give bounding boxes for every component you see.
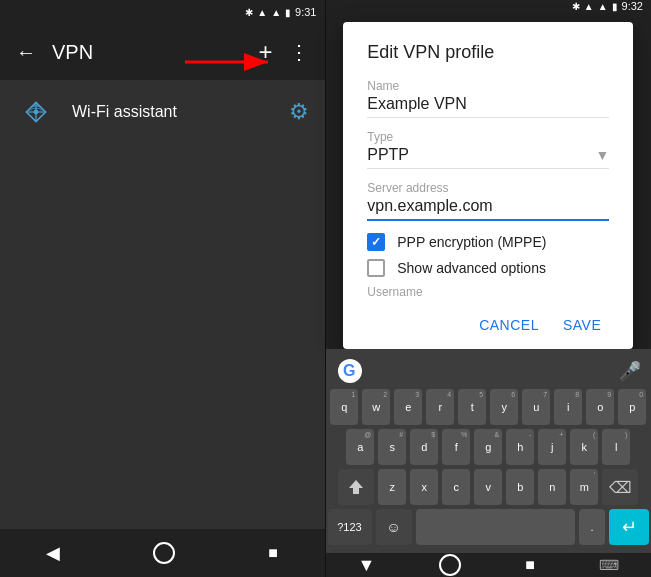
- right-panel: ✱ ▲ ▲ ▮ 9:32 Edit VPN profile Name Examp…: [326, 0, 652, 577]
- signal-icon: ▲: [271, 7, 281, 18]
- wifi-assistant-item[interactable]: Wi-Fi assistant ⚙: [0, 80, 325, 144]
- key-m[interactable]: m': [570, 469, 598, 505]
- ppp-encryption-label: PPP encryption (MPPE): [397, 234, 546, 250]
- key-w[interactable]: w2: [362, 389, 390, 425]
- key-y[interactable]: y6: [490, 389, 518, 425]
- numbers-key[interactable]: ?123: [328, 509, 372, 545]
- right-signal-icon: ▲: [598, 1, 608, 12]
- key-r[interactable]: r4: [426, 389, 454, 425]
- right-time: 9:32: [622, 0, 643, 12]
- keyboard-row-4: ?123 ☺ . ↵: [328, 509, 650, 545]
- left-content-area: [0, 144, 325, 577]
- backspace-key[interactable]: ⌫: [602, 469, 638, 505]
- right-wifi-icon: ▲: [584, 1, 594, 12]
- left-status-bar: ✱ ▲ ▲ ▮ 9:31: [0, 0, 325, 24]
- emoji-key[interactable]: ☺: [376, 509, 412, 545]
- key-f[interactable]: f%: [442, 429, 470, 465]
- key-u[interactable]: u7: [522, 389, 550, 425]
- left-panel: ✱ ▲ ▲ ▮ 9:31 ← VPN + ⋮: [0, 0, 325, 577]
- recent-nav-button[interactable]: ■: [268, 544, 278, 562]
- menu-button[interactable]: ⋮: [289, 40, 309, 64]
- right-nav-bar: ▼ ■ ⌨: [326, 553, 652, 577]
- key-p[interactable]: p0: [618, 389, 646, 425]
- left-top-bar: ← VPN + ⋮: [0, 24, 325, 80]
- svg-marker-8: [349, 480, 363, 494]
- key-t[interactable]: t5: [458, 389, 486, 425]
- keyboard-row-3: z x c v b n m' ⌫: [328, 469, 650, 505]
- type-label: Type: [367, 130, 609, 144]
- key-c[interactable]: c: [442, 469, 470, 505]
- page-title: VPN: [52, 41, 242, 64]
- dialog-actions: CANCEL SAVE: [367, 301, 609, 341]
- right-bluetooth-icon: ✱: [572, 1, 580, 12]
- mic-icon[interactable]: 🎤: [619, 360, 641, 382]
- ppp-encryption-row[interactable]: ✓ PPP encryption (MPPE): [367, 233, 609, 251]
- key-j[interactable]: j+: [538, 429, 566, 465]
- left-time: 9:31: [295, 6, 316, 18]
- key-o[interactable]: o9: [586, 389, 614, 425]
- dialog-title: Edit VPN profile: [367, 42, 609, 63]
- right-home-nav-button[interactable]: [439, 554, 461, 576]
- key-b[interactable]: b: [506, 469, 534, 505]
- svg-text:G: G: [343, 362, 355, 379]
- ppp-encryption-checkbox[interactable]: ✓: [367, 233, 385, 251]
- advanced-options-label: Show advanced options: [397, 260, 546, 276]
- name-label: Name: [367, 79, 609, 93]
- enter-key[interactable]: ↵: [609, 509, 649, 545]
- google-icon: G: [336, 357, 364, 385]
- shift-key[interactable]: [338, 469, 374, 505]
- keyboard-row-1: q1 w2 e3 r4 t5 y6 u7 i8 o9 p0: [328, 389, 650, 425]
- keyboard-switch-icon[interactable]: ⌨: [599, 557, 619, 573]
- type-row[interactable]: PPTP ▼: [367, 146, 609, 169]
- wifi-signal-icon: ▲: [257, 7, 267, 18]
- key-d[interactable]: d$: [410, 429, 438, 465]
- wifi-assistant-icon: [20, 96, 52, 128]
- username-label: Username: [367, 285, 609, 299]
- key-x[interactable]: x: [410, 469, 438, 505]
- keyboard-top-bar: G 🎤: [328, 353, 650, 389]
- right-battery-icon: ▮: [612, 1, 618, 12]
- key-n[interactable]: n: [538, 469, 566, 505]
- type-value: PPTP: [367, 146, 409, 164]
- dropdown-arrow-icon: ▼: [595, 147, 609, 163]
- period-key[interactable]: .: [579, 509, 605, 545]
- left-nav-bar: ◀ ■: [0, 529, 325, 577]
- settings-gear-icon[interactable]: ⚙: [289, 99, 309, 125]
- wifi-assistant-label: Wi-Fi assistant: [72, 103, 273, 121]
- server-label: Server address: [367, 181, 609, 195]
- keyboard-row-2: a@ s# d$ f% g& h- j+ k( l): [328, 429, 650, 465]
- advanced-options-row[interactable]: Show advanced options: [367, 259, 609, 277]
- key-a[interactable]: a@: [346, 429, 374, 465]
- key-l[interactable]: l): [602, 429, 630, 465]
- key-z[interactable]: z: [378, 469, 406, 505]
- battery-icon: ▮: [285, 7, 291, 18]
- dimmed-overlay: Edit VPN profile Name Example VPN Type P…: [326, 12, 652, 349]
- home-nav-button[interactable]: [153, 542, 175, 564]
- cancel-button[interactable]: CANCEL: [471, 309, 547, 341]
- right-back-nav-button[interactable]: ▼: [358, 555, 376, 576]
- server-value[interactable]: vpn.example.com: [367, 197, 609, 221]
- key-v[interactable]: v: [474, 469, 502, 505]
- back-nav-button[interactable]: ◀: [46, 542, 60, 564]
- key-e[interactable]: e3: [394, 389, 422, 425]
- add-button[interactable]: +: [258, 38, 272, 66]
- space-key[interactable]: [416, 509, 576, 545]
- key-q[interactable]: q1: [330, 389, 358, 425]
- save-button[interactable]: SAVE: [555, 309, 609, 341]
- name-value[interactable]: Example VPN: [367, 95, 609, 118]
- back-icon[interactable]: ←: [16, 41, 36, 64]
- edit-vpn-dialog: Edit VPN profile Name Example VPN Type P…: [343, 22, 633, 349]
- advanced-options-checkbox[interactable]: [367, 259, 385, 277]
- bluetooth-icon: ✱: [245, 7, 253, 18]
- keyboard: G 🎤 q1 w2 e3 r4 t5 y6 u7 i8 o9 p0 a@ s# …: [326, 349, 652, 553]
- right-status-bar: ✱ ▲ ▲ ▮ 9:32: [326, 0, 652, 12]
- key-s[interactable]: s#: [378, 429, 406, 465]
- key-k[interactable]: k(: [570, 429, 598, 465]
- key-h[interactable]: h-: [506, 429, 534, 465]
- key-g[interactable]: g&: [474, 429, 502, 465]
- wifi-icon-container: [16, 92, 56, 132]
- key-i[interactable]: i8: [554, 389, 582, 425]
- right-recent-nav-button[interactable]: ■: [525, 556, 535, 574]
- svg-point-5: [34, 110, 39, 115]
